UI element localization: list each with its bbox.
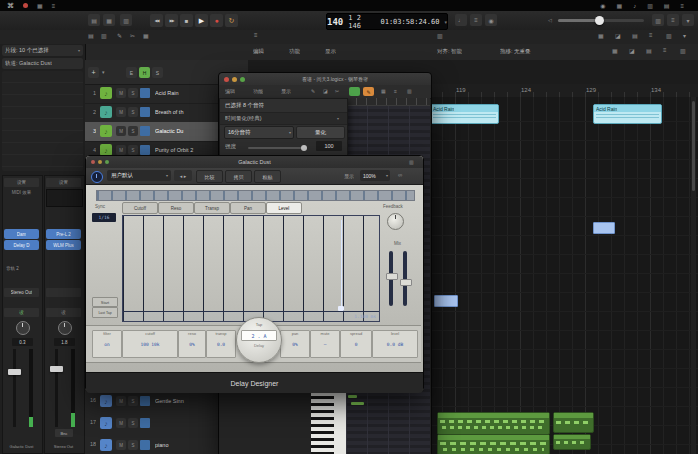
arrange-menu-icon[interactable]: ▤ bbox=[646, 47, 652, 54]
plugin-power-button[interactable] bbox=[91, 171, 103, 183]
quantize-section-row[interactable]: 时间量化(经典) ▾ bbox=[220, 112, 347, 125]
input-monitor-button[interactable] bbox=[140, 418, 150, 428]
add-track-button[interactable]: + bbox=[88, 67, 99, 78]
tuner-button[interactable]: ◉ bbox=[485, 14, 497, 26]
strip1-setting-button[interactable]: 设置 bbox=[4, 178, 39, 187]
inspector-toggle-icon[interactable]: ▥ bbox=[101, 32, 107, 39]
dd-param-filter[interactable]: filter on bbox=[92, 330, 122, 358]
input-monitor-button[interactable] bbox=[140, 88, 150, 98]
rewind-button[interactable]: ◀◀ bbox=[150, 14, 163, 27]
solo-tracks-button[interactable]: S bbox=[152, 67, 163, 78]
drag-mode-selector[interactable]: 拖移: 无重叠 bbox=[500, 48, 531, 55]
strip2-fader-track[interactable] bbox=[55, 349, 58, 427]
input-monitor-button[interactable] bbox=[140, 126, 150, 136]
mute-button[interactable]: M bbox=[116, 107, 126, 117]
arrange-scrollbar[interactable] bbox=[691, 97, 696, 454]
strip1-output-slot[interactable]: Stereo Out bbox=[4, 288, 39, 297]
track-icon[interactable]: ♪ bbox=[100, 417, 112, 429]
pr-functions-menu[interactable]: 功能 bbox=[253, 88, 263, 94]
right-panel-icon[interactable]: ▥ bbox=[666, 32, 672, 39]
strength-slider-handle[interactable] bbox=[301, 145, 307, 151]
close-icon[interactable] bbox=[224, 77, 229, 82]
region-midi-green-1[interactable] bbox=[437, 412, 550, 435]
arrange-view-menu[interactable]: 显示 bbox=[325, 48, 336, 55]
hide-tracks-button[interactable]: H bbox=[139, 67, 150, 78]
dd-param-reso[interactable]: reso 0% bbox=[178, 330, 206, 358]
scissors-tool-icon[interactable]: ✂ bbox=[130, 32, 135, 39]
dd-sync-grid-box[interactable]: 1/16 bbox=[92, 213, 116, 222]
pr-midi-note[interactable] bbox=[351, 402, 364, 405]
plugin-paste-button[interactable]: 粘贴 bbox=[254, 170, 281, 183]
menu-list-icon[interactable]: ≡ bbox=[52, 3, 56, 9]
region-midi-green-4[interactable] bbox=[553, 434, 591, 450]
dd-tab-cutoff[interactable]: Cutoff bbox=[122, 202, 158, 214]
forward-button[interactable]: ▶▶ bbox=[165, 14, 178, 27]
toggle-list-editors-button[interactable]: ▥ bbox=[652, 14, 664, 26]
strip1-fader-track[interactable] bbox=[13, 349, 16, 427]
plugin-copy-button[interactable]: 拷贝 bbox=[225, 170, 252, 183]
track-icon[interactable]: ♪ bbox=[100, 439, 112, 451]
plugin-compare-button[interactable]: 比较 bbox=[196, 170, 223, 183]
track-icon[interactable]: ♪ bbox=[100, 395, 112, 407]
right-caret-icon[interactable]: ▾ bbox=[683, 32, 686, 39]
add-track-caret-icon[interactable]: ▾ bbox=[102, 69, 105, 75]
dd-tap-pad[interactable]: Tap 2 . A Delay bbox=[236, 317, 282, 363]
track-icon[interactable]: ♪ bbox=[100, 125, 112, 137]
scrollbar-thumb[interactable] bbox=[692, 101, 695, 191]
quantize-apply-button[interactable]: 量化 bbox=[296, 126, 345, 139]
toggle-browser-button[interactable]: ≡ bbox=[667, 14, 679, 26]
status-menu-icon[interactable]: ▤ bbox=[664, 2, 670, 9]
pr-list-icon[interactable]: ≡ bbox=[394, 88, 397, 94]
strip2-fader-cap[interactable] bbox=[50, 366, 63, 372]
mute-button[interactable]: M bbox=[116, 145, 126, 155]
solo-button[interactable]: S bbox=[128, 88, 138, 98]
dd-tap-line[interactable] bbox=[341, 220, 342, 311]
strength-slider[interactable] bbox=[248, 147, 304, 149]
strip1-pan-knob[interactable] bbox=[16, 321, 30, 335]
dd-last-tap-button[interactable]: Last Tap bbox=[92, 307, 118, 318]
arrange-list-icon[interactable]: ≡ bbox=[663, 47, 667, 53]
dd-tap-handle[interactable] bbox=[338, 306, 344, 311]
strip1-gain-value[interactable]: 0.3 bbox=[12, 338, 33, 346]
dd-param-level[interactable]: level 0.0 dB bbox=[372, 330, 418, 358]
right-list-icon[interactable]: ≡ bbox=[649, 32, 653, 38]
toggle-editors-button[interactable]: ▥ bbox=[120, 14, 132, 26]
strip2-pan-knob[interactable] bbox=[58, 321, 72, 335]
input-monitor-button[interactable] bbox=[140, 396, 150, 406]
strip2-eq-thumbnail[interactable] bbox=[46, 189, 83, 207]
arrange-grid-icon[interactable]: ▦ bbox=[612, 47, 618, 54]
pencil-tool-icon[interactable]: ✎ bbox=[117, 32, 122, 39]
right-brush-icon[interactable]: ◪ bbox=[615, 32, 621, 39]
mute-button[interactable]: M bbox=[116, 418, 126, 428]
strip2-gain-value[interactable]: 1.8 bbox=[54, 338, 75, 346]
region-midi-green-2[interactable] bbox=[437, 434, 550, 454]
dd-param-mute[interactable]: mute – bbox=[310, 330, 340, 358]
strip2-automation-button[interactable]: 读 bbox=[46, 308, 81, 317]
stop-button[interactable]: ■ bbox=[180, 14, 193, 27]
snap-mode-selector[interactable]: 对齐: 智能 bbox=[437, 48, 462, 55]
zoom-icon[interactable] bbox=[105, 160, 109, 164]
strip1-automation-button[interactable]: 读 bbox=[4, 308, 39, 317]
solo-button[interactable]: S bbox=[128, 107, 138, 117]
dd-start-button[interactable]: Start bbox=[92, 297, 118, 307]
strip2-plugin-slot-1[interactable]: Pre-L 2 bbox=[46, 229, 81, 239]
status-note-icon[interactable]: ♪ bbox=[633, 3, 636, 9]
pr-midi-in-button[interactable] bbox=[349, 87, 360, 96]
status-grid-icon[interactable]: ▦ bbox=[616, 2, 622, 9]
close-icon[interactable] bbox=[91, 160, 95, 164]
region-small-blue-1[interactable] bbox=[593, 222, 615, 234]
plugin-zoom-selector[interactable]: 100% ▾ bbox=[360, 170, 390, 181]
lcd-display[interactable]: 140 1 2 146 01:03:58:24.60 ▾ bbox=[326, 13, 448, 30]
status-panel-icon[interactable]: ▥ bbox=[647, 2, 653, 9]
dd-tab-pan[interactable]: Pan bbox=[230, 202, 266, 214]
pr-brush-mode-button[interactable]: ✎ bbox=[363, 87, 374, 96]
strip1-fader-cap[interactable] bbox=[8, 369, 21, 375]
dd-mix-slider-1-cap[interactable] bbox=[386, 273, 398, 280]
plugin-preset-arrows[interactable]: ◂ ▸ bbox=[174, 170, 192, 181]
metronome-button[interactable]: ♩ bbox=[455, 14, 467, 26]
input-monitor-button[interactable] bbox=[140, 107, 150, 117]
dd-tab-level[interactable]: Level bbox=[266, 202, 302, 214]
dd-tab-reso[interactable]: Reso bbox=[158, 202, 194, 214]
zoom-icon[interactable] bbox=[240, 77, 245, 82]
strip1-plugin-slot-1[interactable]: Dam bbox=[4, 229, 39, 239]
